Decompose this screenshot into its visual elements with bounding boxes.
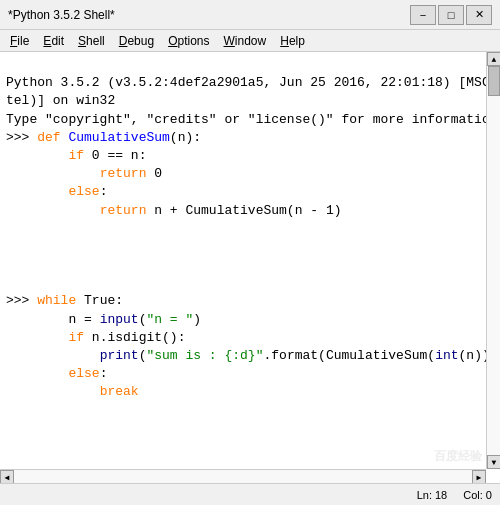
builtin-input: input <box>100 312 139 327</box>
menu-options[interactable]: Options <box>162 32 215 50</box>
indent3 <box>6 184 68 199</box>
close-button[interactable]: ✕ <box>466 5 492 25</box>
fn-paren: (n): <box>170 130 201 145</box>
status-line: Ln: 18 <box>417 489 448 501</box>
builtin-print: print <box>100 348 139 363</box>
builtin-int: int <box>435 348 458 363</box>
indent1 <box>6 148 68 163</box>
kw-if1: if <box>68 148 84 163</box>
window-controls: − □ ✕ <box>410 5 492 25</box>
assign-n: n = <box>68 312 99 327</box>
shell-container[interactable]: Python 3.5.2 (v3.5.2:4def2a2901a5, Jun 2… <box>0 52 500 483</box>
sys-info-line1: Python 3.5.2 (v3.5.2:4def2a2901a5, Jun 2… <box>6 75 500 90</box>
kw-return2: return <box>100 203 147 218</box>
indent7 <box>6 348 100 363</box>
scroll-left-button[interactable]: ◀ <box>0 470 14 483</box>
input-paren: ) <box>193 312 201 327</box>
indent6 <box>6 330 68 345</box>
str-sum-is: "sum is : {:d}" <box>146 348 263 363</box>
format-call: .format(CumulativeSum( <box>263 348 435 363</box>
kw-def: def <box>37 130 60 145</box>
scroll-thumb-v[interactable] <box>488 66 500 96</box>
indent9 <box>6 384 100 399</box>
ret2-expr: n + CumulativeSum(n <box>146 203 310 218</box>
scroll-up-button[interactable]: ▲ <box>487 52 500 66</box>
vertical-scrollbar[interactable]: ▲ ▼ <box>486 52 500 469</box>
str-n-eq: "n = " <box>146 312 193 327</box>
while-cond: True: <box>76 293 123 308</box>
maximize-button[interactable]: □ <box>438 5 464 25</box>
scroll-right-button[interactable]: ▶ <box>472 470 486 483</box>
shell-output: Python 3.5.2 (v3.5.2:4def2a2901a5, Jun 2… <box>0 52 500 483</box>
menu-window[interactable]: Window <box>218 32 273 50</box>
else1-colon: : <box>100 184 108 199</box>
minus-one: 1) <box>318 203 341 218</box>
menu-shell[interactable]: Shell <box>72 32 111 50</box>
fn-cumsum: CumulativeSum <box>68 130 169 145</box>
isdigit-call: n.isdigit(): <box>84 330 185 345</box>
title-bar: *Python 3.5.2 Shell* − □ ✕ <box>0 0 500 30</box>
else2-colon: : <box>100 366 108 381</box>
indent8 <box>6 366 68 381</box>
sys-info-line2: tel)] on win32 <box>6 93 115 108</box>
kw-else1: else <box>68 184 99 199</box>
kw-break: break <box>100 384 139 399</box>
menu-file[interactable]: File <box>4 32 35 50</box>
kw-while: while <box>37 293 76 308</box>
menu-help[interactable]: Help <box>274 32 311 50</box>
minimize-button[interactable]: − <box>410 5 436 25</box>
type-hint: Type "copyright", "credits" or "license(… <box>6 112 500 127</box>
status-col: Col: 0 <box>463 489 492 501</box>
ret1-val: 0 <box>146 166 162 181</box>
prompt1: >>> <box>6 130 37 145</box>
kw-return1: return <box>100 166 147 181</box>
indent4 <box>6 203 100 218</box>
window-title: *Python 3.5.2 Shell* <box>8 8 115 22</box>
horizontal-scrollbar[interactable]: ◀ ▶ <box>0 469 486 483</box>
kw-if2: if <box>68 330 84 345</box>
scroll-down-button[interactable]: ▼ <box>487 455 500 469</box>
menu-bar: File Edit Shell Debug Options Window Hel… <box>0 30 500 52</box>
indent5 <box>6 312 68 327</box>
scroll-track-v[interactable] <box>487 66 500 455</box>
indent2 <box>6 166 100 181</box>
scroll-track-h[interactable] <box>14 470 472 483</box>
prompt2: >>> <box>6 293 37 308</box>
menu-edit[interactable]: Edit <box>37 32 70 50</box>
status-bar: Ln: 18 Col: 0 <box>0 483 500 505</box>
menu-debug[interactable]: Debug <box>113 32 160 50</box>
kw-else2: else <box>68 366 99 381</box>
cond1: 0 == n: <box>84 148 146 163</box>
watermark: 百度经验 <box>434 448 482 465</box>
